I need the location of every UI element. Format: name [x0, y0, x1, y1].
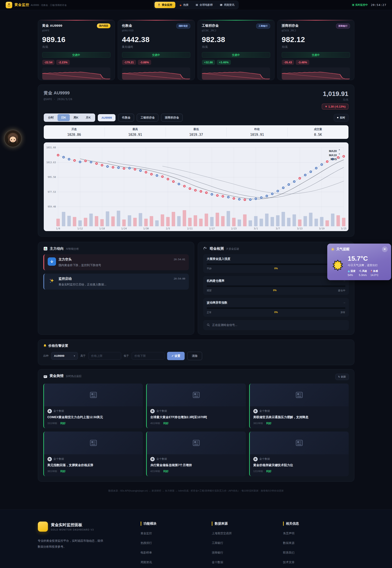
- news-item[interactable]: 金金十数据 美联储官员表示通胀压力缓解，支持降息 38分钟前利好: [249, 384, 349, 428]
- change-chip: -179.21: [122, 60, 136, 65]
- news-item[interactable]: 金金十数据 黄金价格突破关键技术阻力位 12分钟前利好: [249, 432, 349, 476]
- nav-tab-gold-monitor[interactable]: 黄金监控: [155, 2, 175, 8]
- footer-link[interactable]: 金十数据: [212, 560, 283, 564]
- news-tag: 利好: [60, 470, 66, 473]
- stat-code: @SHFE: [42, 29, 62, 32]
- news-tag: 利好: [60, 422, 66, 425]
- close-icon[interactable]: ✕: [382, 246, 388, 252]
- symbol-tab-london[interactable]: 伦敦金: [118, 114, 134, 121]
- period-tab-monthly[interactable]: 月K: [82, 114, 94, 121]
- humidity-stat: 湿度 54%: [348, 269, 355, 277]
- svg-text:2/17: 2/17: [209, 227, 215, 230]
- signal-time: 20:54:00: [174, 277, 185, 280]
- symbol-tab-icbc[interactable]: 工银积存金: [137, 114, 158, 121]
- period-tab-minute[interactable]: 分时: [44, 114, 57, 121]
- source-badge: 金: [150, 409, 155, 413]
- period-tab-weekly[interactable]: 周K: [70, 114, 82, 121]
- footer-brand-subtitle: GOLD MONITOR DASHBOARD V3: [51, 529, 94, 531]
- footer-col-modules: 功能模块 黄金监控 热搜排行 电影榜单 周期资讯: [141, 522, 212, 564]
- news-grid: 金金十数据 COMEX黄金期货主力合约上涨12.50美元 15分钟前利好 金金十…: [43, 384, 349, 476]
- below-label: 低于: [124, 354, 129, 358]
- footer-link[interactable]: 电影榜单: [141, 551, 212, 555]
- footer-link[interactable]: 浙商银行: [212, 551, 283, 555]
- news-headline: 央行黄金储备连续第7个月增持: [150, 463, 242, 467]
- news-item[interactable]: 金金十数据 全球最大黄金ETF持仓增加2.3吨至1070吨 45分钟前利好: [146, 384, 246, 428]
- chart-current-price: 1,019.91: [323, 90, 349, 97]
- sun-icon: [331, 259, 345, 273]
- app-title: 黄金监控: [14, 3, 29, 7]
- news-headline: 美元指数回落，支撑黄金价格反弹: [47, 463, 140, 467]
- gold-news-card: 黄金舆情 实时热点追踪 ↻ 刷新 金金十数据 COMEX黄金期货主力合约上涨12…: [38, 369, 354, 482]
- news-headline: COMEX黄金期货主力合约上涨12.50美元: [47, 415, 140, 419]
- footer-link[interactable]: 上海期货交易所: [212, 531, 283, 535]
- newspaper-icon: [89, 439, 98, 447]
- nav-tab-hot-search[interactable]: 热搜: [176, 2, 192, 8]
- svg-text:1013.63: 1013.63: [46, 161, 56, 164]
- symbol-tab-zscb[interactable]: 浙商积存金: [161, 114, 183, 121]
- period-tab-daily[interactable]: 日K: [57, 114, 70, 121]
- footer-link[interactable]: 黄金监控: [141, 531, 212, 535]
- stat-price: 982.12: [282, 35, 350, 44]
- footer-link[interactable]: 数据来源: [283, 541, 354, 545]
- session-badge: 交易中: [282, 52, 350, 58]
- newspaper-icon: [192, 439, 200, 447]
- stat-price: 989.16: [42, 35, 111, 44]
- stat-title: 工银积存金: [202, 23, 219, 28]
- metric-volatility: 波动率异常指数 -- 正常 0% 异常: [203, 298, 349, 317]
- signal-title: 监控启动: [59, 277, 72, 281]
- footer-link[interactable]: 技术支持: [283, 560, 354, 564]
- change-pct-chip: -2.23%: [56, 60, 70, 65]
- footer-logo: [38, 522, 48, 532]
- signal-item-short[interactable]: 主力空头 20:54:01 国内黄金价下跌，监控到下跌信号: [43, 254, 189, 270]
- news-thumbnail: [250, 384, 349, 406]
- sun-small-icon: [331, 247, 335, 251]
- footer-link[interactable]: 热搜排行: [141, 541, 212, 545]
- stat-label: 成交量: [288, 127, 349, 131]
- news-tag: 利好: [266, 422, 271, 425]
- stat-label: 开盘: [44, 127, 105, 131]
- market-badge: 工商银行: [256, 23, 270, 29]
- clear-alert-button[interactable]: 清除: [187, 352, 202, 360]
- source-badge: 金: [253, 409, 258, 413]
- stat-price: 4442.38: [122, 35, 190, 44]
- news-item[interactable]: 金金十数据 央行黄金储备连续第7个月增持 42分钟前利好: [146, 432, 246, 476]
- nav-tab-cycle-news[interactable]: 周期资讯: [217, 2, 238, 8]
- assistant-avatar[interactable]: [5, 130, 21, 147]
- footer-link[interactable]: 联系我们: [283, 551, 354, 555]
- news-tag: 利好: [163, 422, 168, 425]
- chart-change-badge: ▼ 1.30 (-0.13%): [322, 104, 348, 109]
- news-time: 38分钟前: [253, 422, 263, 424]
- footer-link[interactable]: 周期资讯: [141, 560, 212, 564]
- source-badge: 金: [47, 457, 52, 461]
- stat-value: 1019.37: [166, 133, 227, 137]
- source-name: 金十数据: [156, 409, 167, 413]
- set-alert-button[interactable]: ✓ 设置: [167, 352, 185, 360]
- lower-price-input[interactable]: [132, 352, 165, 360]
- news-item[interactable]: 金金十数据 COMEX黄金期货主力合约上涨12.50美元 15分钟前利好: [43, 384, 143, 428]
- message-icon: [43, 375, 47, 379]
- footer-link[interactable]: 工商银行: [212, 541, 283, 545]
- news-thumbnail: [147, 384, 246, 406]
- stat-label: 最低: [166, 127, 227, 131]
- footer-link[interactable]: 免责声明: [283, 531, 354, 535]
- news-item[interactable]: 金金十数据 美元指数回落，支撑黄金价格反弹 38分钟前利好: [43, 432, 143, 476]
- variety-select[interactable]: AU9999 ▾: [51, 352, 78, 360]
- upper-price-input[interactable]: [88, 352, 121, 360]
- nav-tab-global-movies[interactable]: 全球电影榜: [193, 2, 216, 8]
- news-tag: 利好: [266, 470, 271, 473]
- refresh-button[interactable]: ↻ 刷新: [335, 374, 349, 380]
- news-time: 42分钟前: [150, 470, 160, 473]
- signal-item-monitor-start[interactable]: 监控启动 20:54:00 黄金实时监控已启动，正在接入数据...: [43, 274, 189, 290]
- svg-text:1031.68: 1031.68: [46, 146, 56, 149]
- signal-desc: 国内黄金价下跌，监控到下跌信号: [59, 263, 185, 267]
- source-badge: 金: [253, 457, 258, 461]
- symbol-tab-au9999[interactable]: AU9999: [98, 114, 116, 121]
- footer-brand-title: 黄金实时监控面板: [51, 522, 94, 527]
- bell-icon: [43, 344, 47, 347]
- stat-unit: 元/克: [282, 45, 350, 49]
- stat-value: 0.5K: [288, 133, 349, 137]
- svg-text:3/1: 3/1: [254, 227, 258, 230]
- panel-subtitle: AI智能分析: [66, 247, 79, 251]
- signal-time: 20:54:01: [174, 258, 185, 261]
- price-chart[interactable]: 1031.681013.63995.58977.53959.481/61/121…: [44, 142, 349, 231]
